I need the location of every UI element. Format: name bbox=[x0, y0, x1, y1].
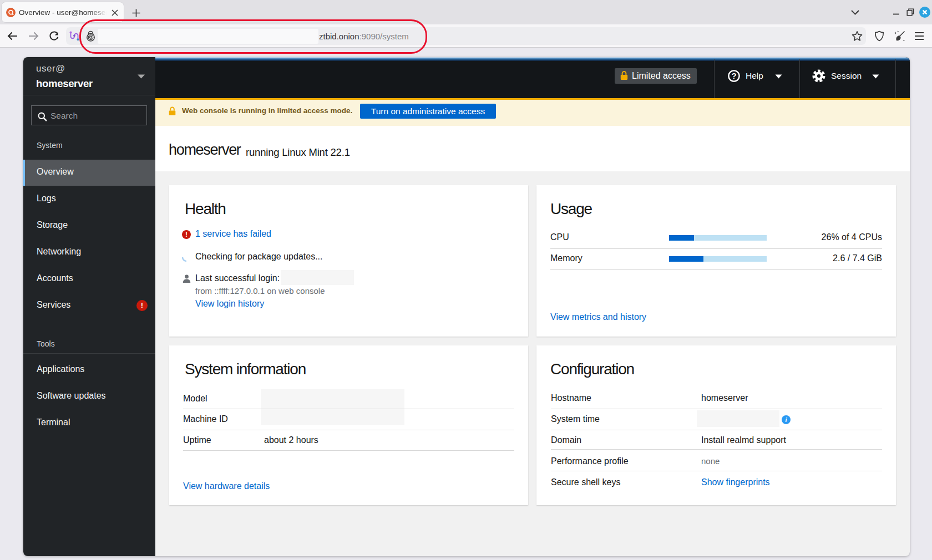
svg-text:?: ? bbox=[731, 71, 736, 80]
